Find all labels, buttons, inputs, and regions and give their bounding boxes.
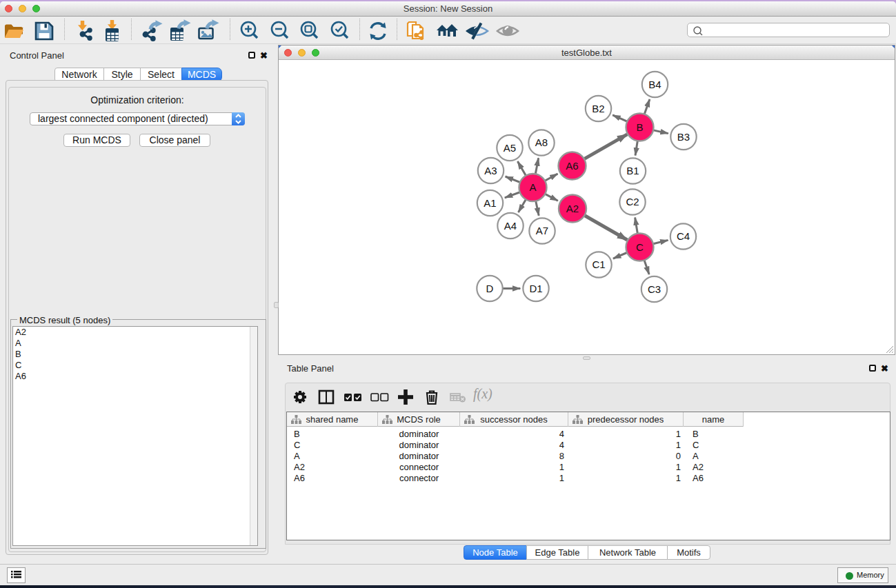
svg-text:B2: B2 [592,103,604,114]
svg-text:D1: D1 [529,283,542,294]
svg-text:A2: A2 [566,203,579,214]
svg-text:A4: A4 [504,220,517,232]
svg-text:D: D [486,283,494,294]
svg-text:C2: C2 [626,196,639,207]
svg-text:A3: A3 [484,165,497,176]
svg-text:A1: A1 [484,197,496,209]
svg-text:B4: B4 [648,79,661,90]
svg-text:B3: B3 [677,131,690,143]
svg-text:A7: A7 [536,225,548,236]
svg-text:A8: A8 [535,136,548,148]
svg-text:A6: A6 [566,160,578,172]
svg-text:A5: A5 [504,142,516,154]
svg-text:C4: C4 [677,230,690,242]
svg-text:C1: C1 [592,258,605,270]
svg-text:A: A [529,181,536,193]
svg-text:C3: C3 [648,283,661,295]
svg-text:B1: B1 [626,165,639,176]
svg-text:B: B [636,121,643,133]
svg-text:C: C [636,241,644,253]
